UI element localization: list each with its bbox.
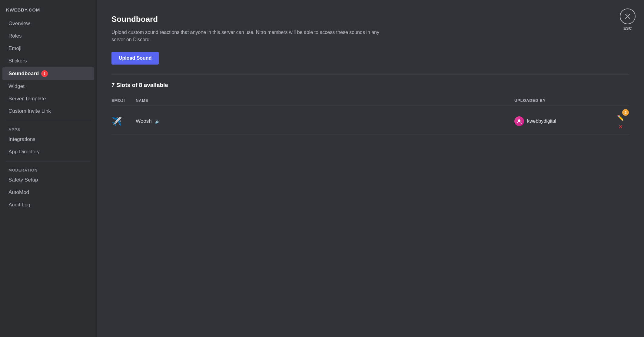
sidebar-item-label-overview: Overview [8, 21, 30, 27]
table-header: EMOJI NAME UPLOADED BY [111, 96, 629, 105]
sidebar-item-label-automod: AutoMod [8, 189, 29, 195]
sidebar-item-label-custom-invite-link: Custom Invite Link [8, 108, 51, 114]
sidebar-item-audit-log[interactable]: Audit Log [2, 199, 94, 211]
sidebar: KWEBBY.COM Overview Roles Emoji Stickers… [0, 0, 97, 337]
col-header-actions [611, 98, 629, 103]
uploader-name: kwebbydigital [527, 118, 556, 124]
sidebar-item-label-stickers: Stickers [8, 58, 27, 64]
sidebar-item-safety-setup[interactable]: Safety Setup [2, 174, 94, 186]
sidebar-item-widget[interactable]: Widget [2, 80, 94, 92]
avatar-icon [516, 118, 522, 124]
main-content: ESC Soundboard Upload custom sound react… [97, 0, 644, 337]
upload-sound-button[interactable]: Upload Sound [111, 52, 159, 65]
actions-cell: 2 ✏️ ✕ [611, 112, 629, 130]
sidebar-item-overview[interactable]: Overview [2, 18, 94, 30]
action-badge: 2 [622, 109, 629, 116]
table-row: ✈️ Woosh 🔉 kwebbydigital 2 ✏️ ✕ [111, 108, 629, 135]
server-name: KWEBBY.COM [0, 7, 97, 17]
sidebar-item-label-app-directory: App Directory [8, 149, 40, 155]
close-button[interactable] [620, 8, 636, 24]
soundboard-badge: 1 [41, 70, 48, 77]
col-header-uploaded-by: UPLOADED BY [514, 98, 611, 103]
sidebar-item-label-soundboard: Soundboard [8, 71, 39, 77]
sound-name-cell: Woosh 🔉 [136, 118, 514, 124]
sidebar-item-automod[interactable]: AutoMod [2, 186, 94, 199]
delete-sound-button[interactable]: ✕ [618, 124, 623, 130]
sound-name: Woosh [136, 118, 152, 124]
sidebar-item-stickers[interactable]: Stickers [2, 55, 94, 67]
speaker-icon[interactable]: 🔉 [155, 118, 161, 124]
divider-moderation [6, 162, 91, 162]
sidebar-item-label-audit-log: Audit Log [8, 202, 30, 208]
close-button-area: ESC [620, 8, 636, 31]
sidebar-item-soundboard[interactable]: Soundboard 1 [2, 67, 94, 80]
sidebar-item-label-roles: Roles [8, 33, 22, 39]
section-divider [111, 74, 629, 75]
page-title: Soundboard [111, 15, 629, 24]
esc-label: ESC [623, 26, 632, 31]
sidebar-item-label-server-template: Server Template [8, 96, 46, 102]
sound-emoji: ✈️ [111, 116, 136, 126]
sidebar-item-label-emoji: Emoji [8, 45, 22, 52]
edit-sound-button[interactable]: ✏️ [617, 115, 624, 121]
sidebar-item-custom-invite-link[interactable]: Custom Invite Link [2, 105, 94, 117]
sidebar-item-label-widget: Widget [8, 83, 25, 89]
sidebar-item-server-template[interactable]: Server Template [2, 93, 94, 105]
section-label-apps: APPS [0, 125, 97, 133]
page-description: Upload custom sound reactions that anyon… [111, 29, 390, 43]
sidebar-item-app-directory[interactable]: App Directory [2, 146, 94, 158]
avatar [514, 116, 524, 126]
sidebar-item-label-integrations: Integrations [8, 136, 35, 142]
col-header-name: NAME [136, 98, 514, 103]
sidebar-item-emoji[interactable]: Emoji [2, 42, 94, 55]
sidebar-item-integrations[interactable]: Integrations [2, 133, 94, 145]
divider-apps [6, 121, 91, 121]
close-icon [625, 13, 631, 19]
sidebar-item-roles[interactable]: Roles [2, 30, 94, 42]
uploader-cell: kwebbydigital [514, 116, 611, 126]
slots-info: 7 Slots of 8 available [111, 82, 629, 88]
sidebar-item-label-safety-setup: Safety Setup [8, 177, 38, 183]
col-header-emoji: EMOJI [111, 98, 136, 103]
section-label-moderation: MODERATION [0, 165, 97, 174]
